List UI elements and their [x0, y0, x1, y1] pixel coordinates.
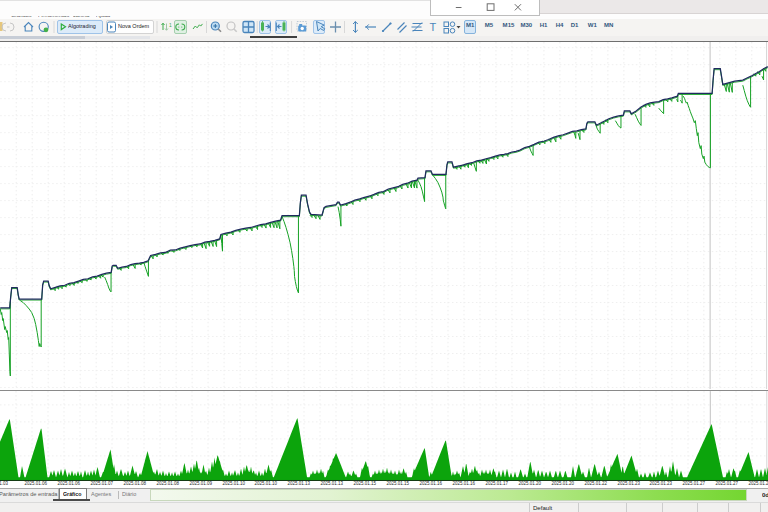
- svg-text:1: 1: [169, 22, 172, 28]
- svg-text:T: T: [430, 21, 437, 33]
